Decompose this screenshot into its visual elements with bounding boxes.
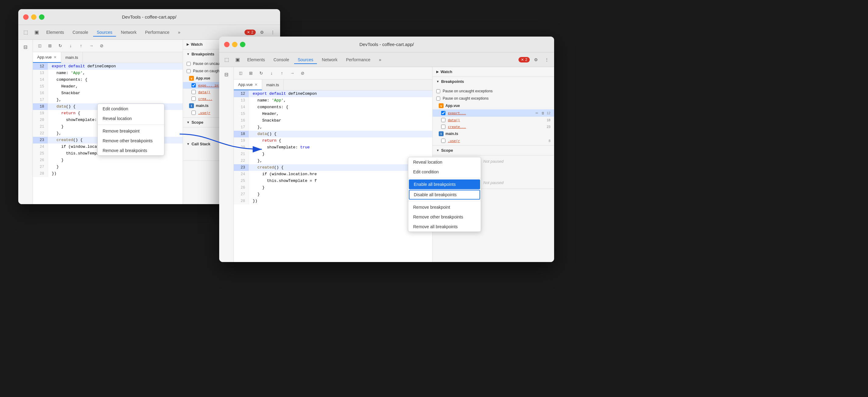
bp-created-code-2[interactable]: create...	[448, 125, 466, 129]
error-icon-1: ✕	[247, 30, 250, 34]
scope-section-2: ▼ Scope	[433, 146, 554, 155]
inspect-icon[interactable]: ⬚	[21, 27, 30, 37]
cm-remove-all-2[interactable]: Remove all breakpoints	[408, 222, 481, 232]
bp-data-checkbox-2[interactable]	[441, 118, 445, 122]
bp-data-code-1[interactable]: data()	[198, 90, 210, 94]
device-icon-2[interactable]: ▣	[232, 55, 242, 64]
continue-2[interactable]: →	[288, 69, 297, 77]
scope-header-2[interactable]: ▼ Scope	[433, 146, 554, 155]
scope-label-1: Scope	[191, 120, 204, 124]
step-into-2[interactable]: ↓	[267, 69, 276, 77]
file-tab-maints-1[interactable]: main.ts	[61, 52, 83, 63]
bp-data-checkbox-1[interactable]	[191, 90, 196, 94]
file-tab-close-1[interactable]: ✕	[54, 55, 57, 59]
bp-file-appvue-label-2: App.vue	[445, 104, 460, 108]
cm-remove-bp-1[interactable]: Remove breakpoint	[98, 126, 164, 136]
bp-file-maints-label-2: main.ts	[445, 132, 458, 136]
file-tab-maints-2[interactable]: main.ts	[262, 80, 284, 90]
pause-uncaught-checkbox-1[interactable]	[187, 62, 191, 66]
cm-edit-condition-2[interactable]: Edit condition	[408, 167, 481, 177]
bp-export-checkbox-1[interactable]	[191, 83, 196, 87]
bp-created-checkbox-2[interactable]	[441, 124, 445, 129]
settings-icon-2[interactable]: ⚙	[531, 55, 541, 64]
tab-sources-1[interactable]: Sources	[93, 28, 116, 36]
code-line-27-2: 27 }	[234, 191, 432, 198]
bp-file-appvue-2: v App.vue	[433, 102, 554, 109]
cm-remove-other-1[interactable]: Remove other breakpoints	[98, 136, 164, 146]
tab-console-1[interactable]: Console	[69, 28, 92, 36]
code-line-13-2: 13 name: 'App',	[234, 97, 432, 104]
watch-header-2[interactable]: ▶ Watch	[433, 67, 554, 77]
tab-elements-2[interactable]: Elements	[244, 55, 269, 64]
tab-elements-1[interactable]: Elements	[42, 28, 68, 36]
titlebar-2: DevTools - coffee-cart.app/	[219, 36, 554, 52]
cm-disable-all-2[interactable]: Disable all breakpoints	[409, 190, 480, 200]
panel-toggle-1[interactable]: ◫	[35, 41, 44, 50]
file-tab-appvue-2[interactable]: App.vue ✕	[234, 80, 262, 90]
bp-created-code-1[interactable]: crea...	[198, 97, 212, 101]
inspect-icon-2[interactable]: ⬚	[222, 55, 231, 64]
cm-remove-bp-2[interactable]: Remove breakpoint	[408, 202, 481, 212]
code-line-24-2: 24 if (window.location.hre	[234, 171, 432, 178]
bp-delete-icon-2[interactable]: 🗑	[541, 111, 546, 115]
deactivate-bp-1[interactable]: ⊘	[97, 41, 106, 50]
step-over-2[interactable]: ↻	[257, 69, 266, 77]
panel-toggle-2[interactable]: ◫	[236, 69, 245, 77]
tab-performance-1[interactable]: Performance	[141, 28, 173, 36]
device-icon[interactable]: ▣	[32, 27, 41, 37]
cm-reveal-location-1[interactable]: Reveal location	[98, 114, 164, 123]
code-line-27-1: 27 }	[33, 164, 183, 170]
bp-edit-icon-2[interactable]: ✏	[535, 111, 539, 115]
minimize-button-1[interactable]	[31, 14, 36, 20]
bp-use-code-1[interactable]: .use(r	[198, 111, 210, 115]
sidebar-toggle-2[interactable]: ⊟	[222, 69, 231, 79]
more-icon-1[interactable]: ⋮	[268, 27, 278, 37]
bp-created-checkbox-1[interactable]	[191, 96, 196, 101]
columns-btn-2[interactable]: ⊞	[247, 69, 255, 77]
maximize-button-1[interactable]	[39, 14, 44, 20]
tab-sources-2[interactable]: Sources	[294, 55, 317, 64]
step-out-1[interactable]: ↑	[77, 41, 85, 50]
cm-edit-condition-1[interactable]: Edit condition	[98, 104, 164, 114]
bp-use-checkbox-1[interactable]	[191, 111, 196, 115]
close-button-2[interactable]	[224, 42, 229, 47]
bp-use-checkbox-2[interactable]	[441, 139, 445, 143]
columns-btn-1[interactable]: ⊞	[46, 41, 54, 50]
bp-export-checkbox-2[interactable]	[441, 111, 445, 115]
tab-console-2[interactable]: Console	[270, 55, 292, 64]
bp-data-code-2[interactable]: data()	[448, 118, 460, 122]
more-icon-2[interactable]: ⋮	[542, 55, 552, 64]
cm-remove-all-1[interactable]: Remove all breakpoints	[98, 146, 164, 155]
tab-network-1[interactable]: Network	[117, 28, 140, 36]
cm-enable-all-2[interactable]: Enable all breakpoints	[409, 179, 480, 189]
tab-more-2[interactable]: »	[375, 55, 385, 64]
bp-export-code-2[interactable]: export...	[448, 111, 466, 115]
sidebar-toggle-1[interactable]: ⊟	[21, 42, 30, 52]
breakpoints-header-2[interactable]: ▼ Breakpoints	[433, 77, 554, 86]
file-tab-close-2[interactable]: ✕	[254, 83, 257, 87]
deactivate-bp-2[interactable]: ⊘	[298, 69, 307, 77]
code-line-28-1: 28 })	[33, 170, 183, 177]
maximize-button-2[interactable]	[240, 42, 245, 47]
file-tab-appvue-1[interactable]: App.vue ✕	[33, 52, 61, 63]
step-over-1[interactable]: ↻	[56, 41, 65, 50]
bp-use-code-2[interactable]: .use(r	[448, 139, 460, 143]
code-line-25-2: 25 this.showTemplate = f	[234, 178, 432, 184]
tab-network-2[interactable]: Network	[318, 55, 341, 64]
continue-1[interactable]: →	[87, 41, 96, 50]
pause-caught-checkbox-2[interactable]	[436, 96, 440, 101]
close-button-1[interactable]	[23, 14, 29, 20]
step-out-2[interactable]: ↑	[278, 69, 286, 77]
pause-uncaught-checkbox-2[interactable]	[436, 89, 440, 93]
pause-caught-checkbox-1[interactable]	[187, 69, 191, 73]
cm-remove-other-2[interactable]: Remove other breakpoints	[408, 212, 481, 222]
file-tab-maints-label-2: main.ts	[267, 83, 279, 87]
bp-data-line-2: 18	[547, 118, 551, 122]
settings-icon-1[interactable]: ⚙	[257, 27, 267, 37]
cm-reveal-location-2[interactable]: Reveal location	[408, 157, 481, 167]
tab-performance-2[interactable]: Performance	[342, 55, 374, 64]
tab-more-1[interactable]: »	[175, 28, 184, 36]
minimize-button-2[interactable]	[232, 42, 238, 47]
step-into-1[interactable]: ↓	[66, 41, 75, 50]
watch-arrow-1: ▶	[187, 42, 189, 46]
